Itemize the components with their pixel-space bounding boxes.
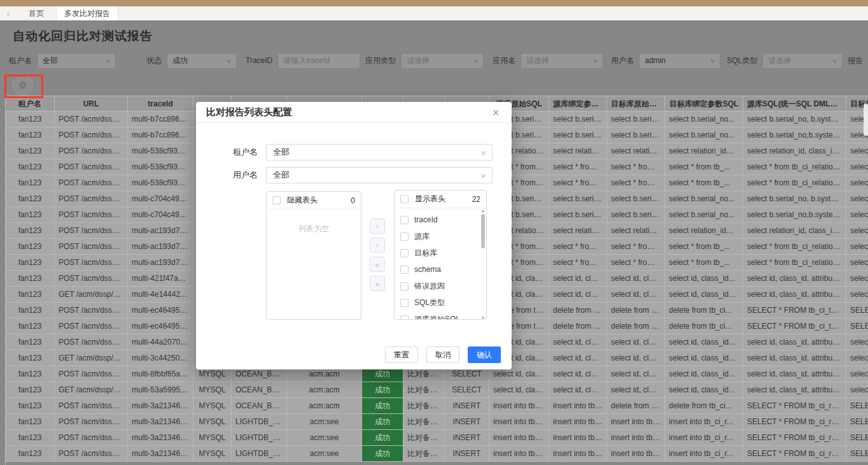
table-cell: acm:acm bbox=[287, 382, 362, 398]
table-cell: insert into tb_ci_r... bbox=[549, 430, 607, 446]
confirm-button[interactable]: 确认 bbox=[468, 347, 501, 363]
table-cell: POST /acm/dssp/log... bbox=[55, 127, 128, 143]
tab-bar: ‹ 首页 多发比对报告 bbox=[0, 6, 868, 20]
table-cell: select b.serial_no... bbox=[607, 191, 665, 207]
chevron-down-icon: ∨ bbox=[104, 57, 111, 64]
table-cell: acm:see bbox=[287, 430, 362, 446]
table-cell: select * from tb_... bbox=[549, 159, 607, 175]
traceid-input[interactable] bbox=[283, 56, 354, 65]
traceid-filter-label: TraceID bbox=[246, 56, 272, 65]
tab-multi-compare-report[interactable]: 多发比对报告 bbox=[57, 6, 118, 20]
table-cell: select id, class_id... bbox=[549, 271, 607, 287]
table-cell: multi-538cf93b-... bbox=[128, 143, 193, 159]
table-cell: POST /acm/dssp/ap... bbox=[55, 159, 128, 175]
move-right-button[interactable]: › bbox=[370, 238, 385, 253]
table-cell: SELECT * FROM tb_ci_relations... bbox=[846, 414, 868, 430]
chevron-down-icon: ∨ bbox=[831, 57, 837, 64]
table-cell: 比对备注... bbox=[403, 446, 445, 462]
table-cell: multi-44a20700-... bbox=[128, 334, 193, 350]
table-cell: fan123 bbox=[6, 175, 55, 191]
item-checkbox[interactable] bbox=[400, 232, 409, 241]
table-cell: delete from tb_ci... bbox=[665, 303, 743, 318]
chevron-down-icon: ∨ bbox=[225, 57, 232, 64]
shown-headers-select-all-checkbox[interactable] bbox=[400, 195, 409, 203]
table-cell: SELECT * FROM tb_ci_tag WHE... bbox=[846, 303, 868, 318]
close-icon[interactable]: × bbox=[489, 106, 503, 120]
table-cell: select b.serial_no, b.system_id, ... bbox=[743, 191, 846, 207]
move-left-button[interactable]: ‹ bbox=[370, 218, 385, 234]
shown-headers-count: 22 bbox=[472, 195, 480, 204]
item-checkbox[interactable] bbox=[400, 249, 409, 257]
table-row: fan123GET /acm/dssp/com...multi-53a59950… bbox=[6, 382, 868, 398]
table-cell: select id, class_id... bbox=[607, 366, 665, 382]
status-filter-select[interactable]: 成功 ∨ bbox=[167, 53, 237, 69]
table-cell: select * from tb_... bbox=[549, 255, 607, 271]
table-cell: 比对备注... bbox=[403, 398, 445, 414]
table-cell: INSERT bbox=[445, 414, 489, 430]
modal-user-select[interactable]: 全部 ∨ bbox=[266, 167, 493, 183]
item-label: traceId bbox=[414, 215, 438, 224]
item-label: 源库原始SQL bbox=[414, 314, 460, 320]
user-filter-label: 用户名 bbox=[611, 55, 634, 66]
modal-tenant-select[interactable]: 全部 ∨ bbox=[266, 144, 493, 161]
user-filter-select[interactable]: admin ∨ bbox=[639, 53, 720, 69]
table-cell: OCEAN_BASE... bbox=[232, 398, 287, 414]
scroll-up-icon[interactable]: ▲ bbox=[480, 209, 486, 213]
list-scrollbar-thumb[interactable] bbox=[481, 214, 485, 248]
table-cell: insert into tb_ci_r... bbox=[489, 446, 549, 462]
transfer-list-item[interactable]: traceId bbox=[395, 211, 486, 228]
table-cell: select b.serial_no... bbox=[549, 207, 607, 223]
table-cell: select id, class_id... bbox=[607, 287, 665, 303]
modal-user-label: 用户名 bbox=[220, 169, 258, 181]
table-cell: fan123 bbox=[6, 430, 55, 446]
table-cell: multi-538cf93b-... bbox=[128, 159, 193, 175]
move-all-right-button[interactable]: » bbox=[370, 276, 385, 291]
tabs-back-icon[interactable]: ‹ bbox=[0, 6, 17, 20]
table-row: fan123POST /acm/dssp/pr...multi-3a21346e… bbox=[6, 430, 868, 446]
app-type-select[interactable]: 请选择 ∨ bbox=[401, 53, 484, 69]
table-cell: SELECT * FROM tb_ci_tag WHE... bbox=[743, 318, 846, 334]
table-cell: insert into tb_ci_r... bbox=[549, 446, 607, 462]
transfer-list-item[interactable]: 错误原因 bbox=[395, 278, 486, 294]
item-checkbox[interactable] bbox=[400, 299, 409, 307]
table-cell: select b.serial_no... bbox=[607, 111, 665, 127]
table-cell: 比对备注... bbox=[403, 414, 445, 430]
table-cell: insert into tb_ci_r... bbox=[549, 398, 607, 414]
hidden-headers-select-all-checkbox[interactable] bbox=[272, 196, 281, 204]
item-checkbox[interactable] bbox=[400, 266, 409, 274]
transfer-list-item[interactable]: SQL类型 bbox=[395, 294, 486, 311]
app-type-placeholder: 请选择 bbox=[407, 55, 430, 66]
table-cell: SELECT * FROM tb_ci_relations... bbox=[846, 446, 868, 462]
move-all-left-button[interactable]: « bbox=[370, 257, 385, 272]
transfer-list-item[interactable]: 源库 bbox=[395, 228, 486, 245]
item-checkbox[interactable] bbox=[400, 282, 409, 290]
table-cell: POST /acm/dssp/co... bbox=[55, 366, 128, 382]
table-cell: fan123 bbox=[6, 111, 55, 127]
report-filter-label-clipped: 报告 bbox=[848, 55, 863, 66]
sql-type-select[interactable]: 请选择 ∨ bbox=[762, 53, 843, 69]
table-cell: select relation_id... bbox=[665, 143, 743, 159]
app-name-select[interactable]: 请选择 ∨ bbox=[521, 53, 603, 69]
transfer-list-item[interactable]: schema bbox=[395, 261, 486, 278]
table-cell: select id, class_id... bbox=[665, 366, 743, 382]
cancel-button[interactable]: 取消 bbox=[426, 347, 459, 363]
table-cell: fan123 bbox=[6, 350, 55, 366]
reset-button[interactable]: 重置 bbox=[385, 347, 418, 363]
item-checkbox[interactable] bbox=[400, 216, 409, 224]
table-cell: select id, class_id... bbox=[607, 271, 665, 287]
table-cell: select id, class_id... bbox=[665, 350, 743, 366]
table-cell: select id, class_id... bbox=[549, 287, 607, 303]
column-header: 目标库原始SQL bbox=[607, 96, 665, 111]
table-row: fan123POST /acm/dssp/pr...multi-3a21346e… bbox=[6, 414, 868, 430]
transfer-list-item[interactable]: 源库原始SQL bbox=[395, 311, 486, 320]
vertical-scrollbar-thumb[interactable] bbox=[864, 104, 868, 136]
table-cell: INSERT bbox=[445, 430, 489, 446]
table-cell: select relation_id... bbox=[607, 143, 665, 159]
table-cell: multi-4e144426-... bbox=[128, 287, 193, 303]
table-cell: multi-ac193d72-... bbox=[128, 255, 193, 271]
tenant-filter-select[interactable]: 全部 ∨ bbox=[37, 53, 116, 69]
scroll-down-icon[interactable]: ▼ bbox=[480, 316, 486, 320]
item-checkbox[interactable] bbox=[400, 315, 409, 320]
transfer-list-item[interactable]: 目标库 bbox=[395, 245, 486, 261]
tab-home[interactable]: 首页 bbox=[17, 6, 57, 20]
